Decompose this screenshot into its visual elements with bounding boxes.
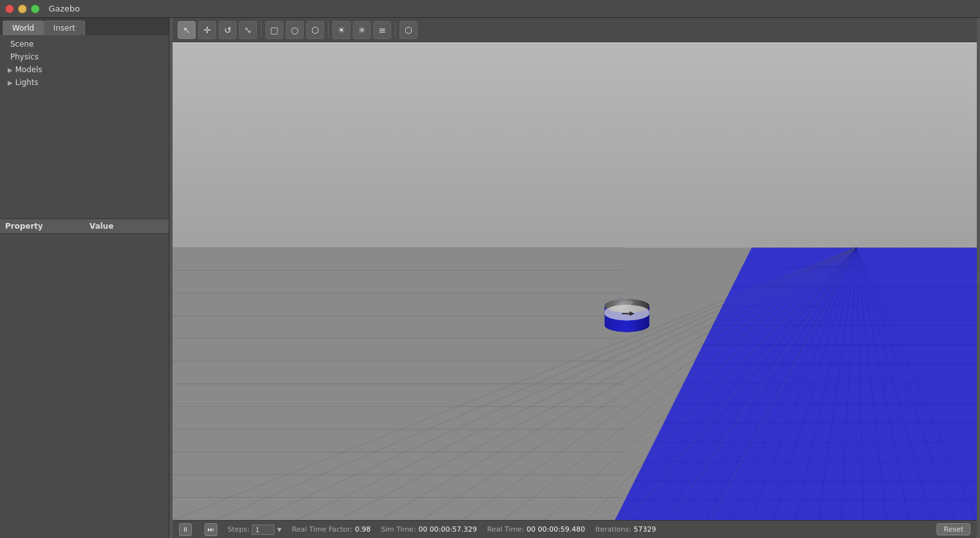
tree-item-models[interactable]: ▶ Models — [0, 63, 169, 76]
viewport-area: ↖ ✛ ↺ ⤡ ▢ ○ ⬡ — [173, 18, 977, 538]
tab-world[interactable]: World — [3, 20, 43, 35]
maximize-button[interactable] — [31, 4, 40, 13]
sphere-tool-button[interactable]: ○ — [286, 21, 304, 39]
tab-bar: World Insert — [0, 18, 169, 35]
tree-item-lights[interactable]: ▶ Lights — [0, 76, 169, 89]
sphere-icon: ○ — [291, 25, 299, 35]
property-header: Property Value — [0, 219, 169, 234]
iterations: Iterations: 57329 — [595, 525, 656, 534]
toolbar-separator-3 — [395, 22, 396, 38]
property-col-header: Property — [0, 219, 84, 233]
close-button[interactable] — [5, 4, 14, 13]
translate-tool-button[interactable]: ✛ — [198, 21, 216, 39]
models-arrow: ▶ — [8, 66, 13, 73]
directional-light-icon: ≡ — [378, 25, 386, 35]
lights-arrow: ▶ — [8, 79, 13, 86]
steps-input[interactable] — [252, 525, 274, 535]
directional-light-button[interactable]: ≡ — [373, 21, 391, 39]
window-title: Gazebo — [49, 4, 80, 13]
models-label: Models — [15, 65, 42, 74]
viewport-canvas — [173, 42, 977, 520]
pause-button[interactable]: ⏸ — [179, 523, 192, 536]
sim-time-value: 00 00:00:57.329 — [419, 525, 477, 534]
value-col-header: Value — [84, 219, 169, 233]
rotate-icon: ↺ — [224, 25, 231, 35]
realtime-factor: Real Time Factor: 0.98 — [292, 525, 370, 534]
statusbar: ⏸ ⏭ Steps: ▼ Real Time Factor: 0.98 Sim … — [173, 520, 977, 538]
sidebar: World Insert Scene Physics ▶ Models ▶ Li… — [0, 18, 169, 538]
iterations-value: 57329 — [634, 525, 656, 534]
select-tool-button[interactable]: ↖ — [178, 21, 196, 39]
tree-item-scene[interactable]: Scene — [0, 38, 169, 50]
steps-label: Steps: — [228, 525, 249, 534]
real-time-label: Real Time: — [487, 525, 524, 534]
sun-icon: ☀ — [338, 25, 346, 35]
scale-tool-button[interactable]: ⤡ — [239, 21, 257, 39]
tree-item-physics[interactable]: Physics — [0, 50, 169, 63]
steps-control: Steps: ▼ — [228, 525, 281, 535]
step-button[interactable]: ⏭ — [205, 523, 217, 536]
steps-dropdown-icon[interactable]: ▼ — [277, 526, 281, 533]
real-time-value: 00 00:00:59.480 — [527, 525, 585, 534]
lights-label: Lights — [15, 78, 38, 87]
titlebar: Gazebo — [0, 0, 980, 18]
iterations-label: Iterations: — [595, 525, 631, 534]
screenshot-icon: ⬡ — [405, 25, 412, 35]
box-icon: ▢ — [270, 25, 278, 35]
reset-button[interactable]: Reset — [937, 523, 970, 535]
spot-light-button[interactable]: ✳ — [353, 21, 371, 39]
step-icon: ⏭ — [208, 526, 214, 533]
physics-label: Physics — [10, 52, 38, 61]
toolbar: ↖ ✛ ↺ ⤡ ▢ ○ ⬡ — [173, 18, 977, 42]
pause-icon: ⏸ — [182, 526, 189, 533]
world-tree: Scene Physics ▶ Models ▶ Lights — [0, 35, 169, 219]
cylinder-icon: ⬡ — [311, 25, 319, 35]
box-tool-button[interactable]: ▢ — [265, 21, 283, 39]
realtime-factor-value: 0.98 — [355, 525, 371, 534]
sim-time-label: Sim Time: — [381, 525, 416, 534]
sim-time: Sim Time: 00 00:00:57.329 — [381, 525, 477, 534]
right-resize-handle[interactable]: ⋮ — [977, 18, 980, 538]
3d-viewport[interactable] — [173, 42, 977, 520]
screenshot-button[interactable]: ⬡ — [400, 21, 417, 39]
property-panel: Property Value — [0, 219, 169, 538]
main-layout: World Insert Scene Physics ▶ Models ▶ Li… — [0, 18, 980, 538]
tab-insert[interactable]: Insert — [43, 20, 84, 35]
toolbar-separator-1 — [261, 22, 261, 38]
cylinder-tool-button[interactable]: ⬡ — [306, 21, 324, 39]
realtime-factor-label: Real Time Factor: — [292, 525, 352, 534]
scale-icon: ⤡ — [244, 25, 252, 35]
spot-light-icon: ✳ — [358, 25, 366, 35]
point-light-button[interactable]: ☀ — [332, 21, 350, 39]
minimize-button[interactable] — [18, 4, 27, 13]
toolbar-separator-2 — [328, 22, 329, 38]
select-icon: ↖ — [183, 25, 191, 35]
rotate-tool-button[interactable]: ↺ — [219, 21, 237, 39]
translate-icon: ✛ — [203, 25, 211, 35]
scene-label: Scene — [10, 40, 34, 49]
real-time: Real Time: 00 00:00:59.480 — [487, 525, 585, 534]
